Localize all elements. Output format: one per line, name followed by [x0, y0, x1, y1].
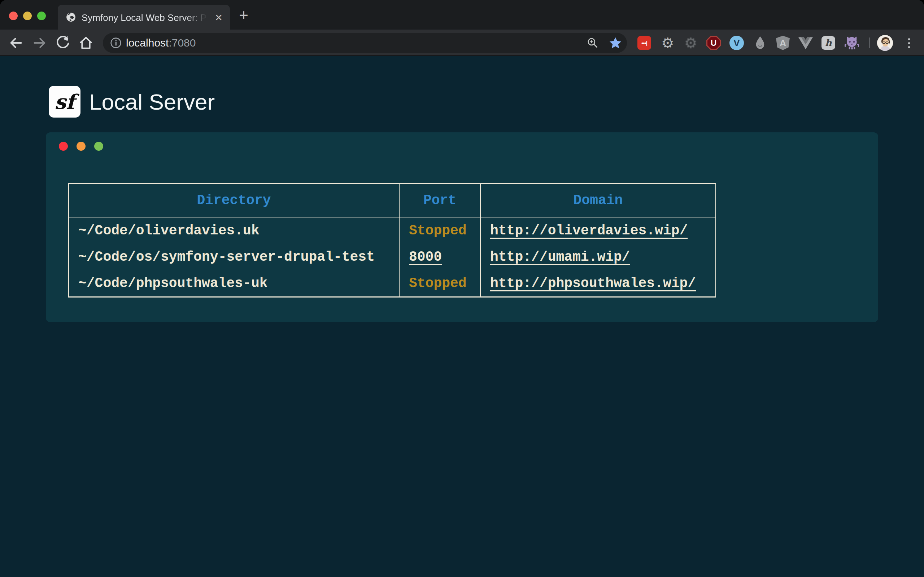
bookmark-star-icon[interactable]: [608, 36, 623, 50]
extension-ublock-icon[interactable]: U: [706, 36, 721, 50]
extension-angular-icon[interactable]: A: [775, 36, 790, 50]
forward-icon[interactable]: [31, 34, 48, 52]
macos-close-button[interactable]: [9, 11, 18, 20]
port-cell: Stopped: [399, 271, 480, 297]
url-host: localhost: [126, 37, 168, 49]
servers-table: Directory Port Domain ~/Code/oliverdavie…: [68, 183, 716, 298]
page-title: Local Server: [89, 89, 215, 115]
directory-cell: ~/Code/phpsouthwales-uk: [69, 271, 399, 297]
page-content: sf Local Server Directory Port Domain: [0, 56, 924, 577]
toolbar-separator: [869, 37, 870, 48]
terminal-red-dot: [59, 142, 68, 151]
tab-title: Symfony Local Web Server: Prox: [82, 11, 208, 24]
site-info-icon[interactable]: [110, 37, 122, 49]
browser-window: Symfony Local Web Server: Prox ✕ + local…: [0, 0, 924, 577]
reload-icon[interactable]: [54, 34, 71, 52]
extension-lastpass-icon[interactable]: •••|: [637, 36, 651, 50]
home-icon[interactable]: [77, 34, 95, 52]
address-bar[interactable]: localhost:7080: [103, 33, 627, 53]
status-stopped: Stopped: [409, 223, 467, 239]
port-link[interactable]: 8000: [409, 249, 442, 265]
extension-disabled-gear-icon[interactable]: ⚙: [683, 36, 698, 50]
terminal-green-dot: [94, 142, 103, 151]
extension-vue-icon[interactable]: [798, 36, 813, 50]
new-tab-button[interactable]: +: [235, 8, 252, 23]
table-row: ~/Code/phpsouthwales-uk Stopped http://p…: [69, 271, 716, 297]
extension-userscript-gear-icon[interactable]: ⚙: [661, 36, 675, 50]
url-port: :7080: [168, 37, 195, 49]
terminal-card: Directory Port Domain ~/Code/oliverdavie…: [46, 132, 878, 322]
browser-toolbar: localhost:7080 •••| ⚙ ⚙ U V A: [0, 29, 924, 56]
status-stopped: Stopped: [409, 276, 467, 291]
domain-link[interactable]: http://oliverdavies.wip/: [490, 223, 688, 239]
brand-header: sf Local Server: [49, 85, 215, 118]
port-cell: 8000: [399, 244, 480, 271]
browser-menu-icon[interactable]: [905, 36, 913, 50]
table-row: ~/Code/oliverdavies.uk Stopped http://ol…: [69, 217, 716, 244]
table-row: ~/Code/os/symfony-server-drupal-test 800…: [69, 244, 716, 271]
table-header-row: Directory Port Domain: [69, 184, 716, 217]
tab-close-icon[interactable]: ✕: [212, 11, 225, 24]
domain-link[interactable]: http://phpsouthwales.wip/: [490, 276, 696, 291]
symfony-logo: sf: [49, 86, 81, 118]
terminal-orange-dot: [76, 142, 86, 151]
back-icon[interactable]: [7, 34, 24, 52]
directory-cell: ~/Code/oliverdavies.uk: [69, 217, 399, 244]
column-header-port: Port: [399, 184, 480, 217]
domain-cell: http://umami.wip/: [480, 244, 716, 271]
extension-drupal-icon[interactable]: [753, 36, 767, 50]
terminal-traffic-lights: [59, 142, 103, 151]
extension-vimium-icon[interactable]: V: [729, 36, 744, 50]
profile-avatar[interactable]: [877, 35, 893, 51]
extension-github-icon[interactable]: [845, 36, 859, 50]
extension-honey-icon[interactable]: h: [821, 36, 835, 50]
globe-favicon-icon: [66, 12, 76, 22]
macos-minimize-button[interactable]: [23, 11, 32, 20]
url-text: localhost:7080: [126, 37, 195, 49]
domain-cell: http://oliverdavies.wip/: [480, 217, 716, 244]
domain-link[interactable]: http://umami.wip/: [490, 249, 630, 265]
column-header-domain: Domain: [480, 184, 716, 217]
browser-tab[interactable]: Symfony Local Web Server: Prox ✕: [58, 5, 230, 29]
tab-strip: Symfony Local Web Server: Prox ✕ +: [0, 0, 924, 29]
directory-cell: ~/Code/os/symfony-server-drupal-test: [69, 244, 399, 271]
domain-cell: http://phpsouthwales.wip/: [480, 271, 716, 297]
port-cell: Stopped: [399, 217, 480, 244]
zoom-page-icon[interactable]: [586, 36, 599, 50]
macos-fullscreen-button[interactable]: [37, 11, 46, 20]
column-header-directory: Directory: [69, 184, 399, 217]
